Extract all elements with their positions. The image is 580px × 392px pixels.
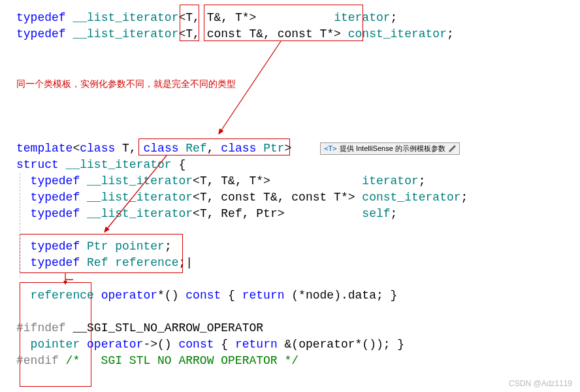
expr: &(operator*()); } bbox=[278, 338, 404, 351]
keyword-typedef: typedef bbox=[31, 207, 80, 220]
param-Ptr: Ptr bbox=[263, 142, 284, 155]
keyword-typedef: typedef bbox=[31, 240, 80, 253]
blank-line bbox=[16, 124, 580, 140]
code-line: pointer operator->() const { return &(op… bbox=[16, 336, 580, 353]
type-name: iterator bbox=[334, 11, 390, 24]
keyword-template: template bbox=[16, 142, 72, 155]
keyword-struct: struct bbox=[16, 158, 59, 171]
expr: (*node).data; } bbox=[285, 289, 398, 302]
identifier: __list_iterator bbox=[72, 27, 178, 41]
template-args: <T, const T&, const T*> bbox=[193, 191, 362, 204]
code-line: reference operator*() const { return (*n… bbox=[16, 287, 580, 304]
blank-line bbox=[16, 271, 580, 287]
keyword-operator: operator bbox=[87, 338, 143, 351]
return-type: pointer bbox=[31, 338, 80, 351]
identifier: __list_iterator bbox=[87, 191, 193, 204]
type-name: self bbox=[362, 207, 390, 220]
keyword-operator: operator bbox=[101, 289, 157, 302]
type-name: pointer bbox=[115, 240, 165, 253]
code-line: typedef Ref reference;| bbox=[16, 255, 580, 271]
brace: { bbox=[214, 338, 235, 351]
identifier: __list_iterator bbox=[87, 207, 193, 220]
preproc-endif: #endif bbox=[16, 354, 59, 367]
blank-line bbox=[16, 304, 580, 320]
blank-line bbox=[16, 91, 580, 108]
angle-close: > bbox=[285, 142, 292, 155]
return-type: reference bbox=[31, 289, 94, 302]
code-line: typedef Ptr pointer; bbox=[16, 238, 580, 255]
keyword-class: class bbox=[221, 142, 256, 155]
semicolon: ; bbox=[391, 11, 398, 24]
comma: , bbox=[129, 142, 144, 155]
blank-line bbox=[16, 108, 580, 124]
code-editor: typedef __list_iterator<T, T&, T*> itera… bbox=[0, 0, 580, 369]
param-T: T bbox=[122, 142, 129, 155]
type-name: iterator bbox=[362, 174, 418, 188]
indent-guide bbox=[20, 173, 20, 278]
keyword-class: class bbox=[143, 142, 178, 155]
code-line: typedef __list_iterator<T, T&, T*> itera… bbox=[16, 173, 580, 189]
identifier: __list_iterator bbox=[72, 11, 178, 24]
keyword-typedef: typedef bbox=[31, 174, 80, 188]
template-args: <T, Ref, Ptr> bbox=[193, 207, 284, 220]
code-line: typedef __list_iterator<T, Ref, Ptr> sel… bbox=[16, 206, 580, 222]
code-line: struct __list_iterator { bbox=[16, 157, 580, 173]
semicolon: ; bbox=[461, 191, 468, 204]
keyword-class: class bbox=[80, 142, 115, 155]
template-args: <T, const T&, const T*> bbox=[178, 27, 340, 41]
struct-name: __list_iterator bbox=[66, 158, 172, 171]
semicolon: ; bbox=[447, 27, 454, 41]
keyword-return: return bbox=[242, 289, 285, 302]
keyword-typedef: typedef bbox=[16, 27, 66, 41]
identifier: __list_iterator bbox=[87, 174, 193, 188]
keyword-const: const bbox=[185, 289, 221, 302]
code-line: template<class T, class Ref, class Ptr> bbox=[16, 140, 580, 157]
intellisense-hint[interactable]: <T> 提供 IntelliSense 的示例模板参数 bbox=[320, 142, 460, 155]
watermark: CSDN @Adz1119 bbox=[509, 379, 572, 388]
template-badge-icon: <T> bbox=[324, 144, 337, 153]
comma: , bbox=[207, 142, 221, 155]
op-symbol: *() bbox=[157, 289, 178, 302]
semicolon: ; bbox=[391, 207, 398, 220]
type-Ptr: Ptr bbox=[87, 240, 108, 253]
op-symbol: ->() bbox=[143, 338, 171, 351]
pencil-icon[interactable] bbox=[448, 145, 456, 153]
template-args: <T, T&, T*> bbox=[193, 174, 270, 188]
keyword-typedef: typedef bbox=[31, 256, 80, 269]
type-name: reference bbox=[115, 256, 178, 269]
code-line: #endif /* SGI STL NO ARROW OPERATOR */ bbox=[16, 353, 580, 369]
type-Ref: Ref bbox=[87, 256, 108, 269]
keyword-const: const bbox=[179, 338, 214, 351]
blank-line bbox=[16, 59, 580, 75]
param-Ref: Ref bbox=[185, 142, 206, 155]
code-line: typedef __list_iterator<T, const T&, con… bbox=[16, 189, 580, 206]
code-line: typedef __list_iterator<T, T&, T*> itera… bbox=[16, 10, 580, 26]
brace-open: { bbox=[172, 158, 186, 171]
macro-name: __SGI_STL_NO_ARROW_OPERATOR bbox=[66, 321, 263, 335]
annotation-text: 同一个类模板，实例化参数不同，就是完全不同的类型 bbox=[16, 78, 236, 90]
blank-line bbox=[16, 42, 580, 59]
intellisense-text: 提供 IntelliSense 的示例模板参数 bbox=[340, 144, 445, 154]
keyword-typedef: typedef bbox=[16, 11, 66, 24]
brace: { bbox=[221, 289, 242, 302]
angle-open: < bbox=[72, 142, 80, 155]
semicolon: ; bbox=[165, 240, 172, 253]
keyword-return: return bbox=[235, 338, 278, 351]
keyword-typedef: typedef bbox=[31, 191, 80, 204]
template-args: <T, T&, T*> bbox=[178, 11, 256, 24]
semicolon: ; bbox=[419, 174, 426, 188]
code-line: #ifndef __SGI_STL_NO_ARROW_OPERATOR bbox=[16, 320, 580, 336]
comment: /* SGI STL NO ARROW OPERATOR */ bbox=[59, 354, 298, 367]
code-line: typedef __list_iterator<T, const T&, con… bbox=[16, 26, 580, 42]
semicolon: ;| bbox=[178, 256, 193, 269]
preproc-ifndef: #ifndef bbox=[16, 321, 66, 335]
blank-line bbox=[16, 222, 580, 238]
type-name: const_iterator bbox=[348, 27, 447, 41]
type-name: const_iterator bbox=[362, 191, 460, 204]
